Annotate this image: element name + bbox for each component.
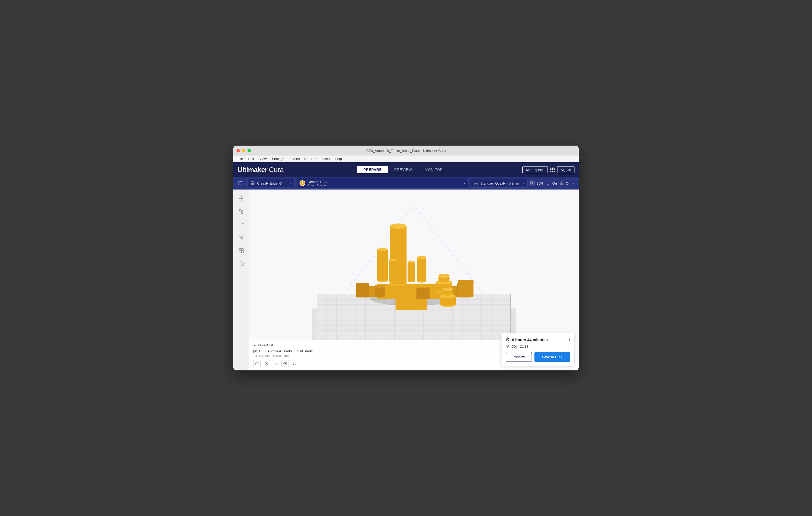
viewport[interactable]: ▲ Object list CE3_Autodesk_Tanks_Small_P… <box>249 189 579 370</box>
svg-point-56 <box>390 223 407 229</box>
material-chevron: ▾ <box>464 181 465 185</box>
tab-prepare[interactable]: PREPARE <box>357 166 388 173</box>
svg-rect-83 <box>416 287 430 299</box>
svg-rect-82 <box>375 285 385 288</box>
menu-help[interactable]: Help <box>333 156 344 161</box>
svg-rect-6 <box>239 249 241 250</box>
menu-preferences[interactable]: Preferences <box>309 156 332 161</box>
material-selector[interactable]: 1 Generic PLA 0.4mm Nozzle ▾ <box>297 178 468 189</box>
object-filename: CE3_Autodesk_Tanks_Small_Parts <box>259 349 313 353</box>
arrange-icon <box>238 248 244 253</box>
material-badge: 1 <box>299 180 305 186</box>
support-setting[interactable]: On <box>545 181 557 186</box>
svg-rect-61 <box>389 260 396 281</box>
svg-point-63 <box>408 280 415 282</box>
quality-label: Standard Quality - 0.2mm <box>480 181 519 185</box>
nav-right: Marketplace Sign in <box>522 166 575 173</box>
svg-line-11 <box>414 205 500 315</box>
svg-rect-67 <box>417 257 427 281</box>
main-content: ▲ Object list CE3_Autodesk_Tanks_Small_P… <box>233 189 579 370</box>
svg-rect-64 <box>408 262 415 281</box>
infill-label: 20% <box>536 181 543 185</box>
open-file-button[interactable] <box>236 179 245 188</box>
svg-rect-47 <box>377 284 445 299</box>
tab-monitor[interactable]: MONITOR <box>418 166 449 173</box>
adhesion-label: On <box>566 181 570 185</box>
svg-rect-85 <box>275 363 277 365</box>
close-button[interactable] <box>236 149 240 152</box>
arrange-tool[interactable] <box>235 245 247 256</box>
svg-line-10 <box>327 205 414 315</box>
preview-button[interactable]: Preview <box>506 352 532 362</box>
svg-point-86 <box>285 363 286 364</box>
svg-point-46 <box>369 290 453 306</box>
signin-button[interactable]: Sign in <box>557 166 575 173</box>
menu-view[interactable]: View <box>257 156 269 161</box>
action-btn-3[interactable] <box>272 360 280 367</box>
svg-point-68 <box>417 256 427 259</box>
support-blocker-tool[interactable] <box>235 258 247 270</box>
edit-icon <box>253 350 257 353</box>
rotate-icon <box>238 222 244 227</box>
svg-rect-5 <box>241 212 243 213</box>
svg-rect-79 <box>443 290 453 295</box>
window-controls <box>236 149 251 152</box>
action-btn-1[interactable] <box>253 360 261 367</box>
infill-setting[interactable]: 20% <box>530 181 543 186</box>
adhesion-setting[interactable]: On <box>559 181 576 186</box>
apps-grid-icon[interactable] <box>550 168 555 172</box>
action-btn-4[interactable] <box>282 360 289 367</box>
material-name: Generic PLA <box>308 180 327 184</box>
svg-rect-53 <box>458 280 473 297</box>
collapse-icon: ▲ <box>253 343 257 347</box>
infill-icon <box>530 181 535 186</box>
quality-icon <box>473 181 478 186</box>
rotate-tool[interactable] <box>235 219 247 230</box>
mirror-tool[interactable] <box>235 232 247 243</box>
left-toolbar <box>233 189 249 370</box>
menu-file[interactable]: File <box>235 156 245 161</box>
svg-rect-76 <box>440 296 456 305</box>
info-detail-icon[interactable]: ℹ <box>569 337 570 342</box>
printer-selector[interactable]: Creality Ender-3 ▾ <box>248 179 295 187</box>
quality-selector[interactable]: Standard Quality - 0.2mm ▾ <box>470 179 528 188</box>
menu-edit[interactable]: Edit <box>246 156 256 161</box>
move-tool[interactable] <box>235 193 247 204</box>
svg-rect-0 <box>251 182 254 183</box>
window-title: CE3_Autodesk_Tanks_Small_Parts - Ultimak… <box>366 149 445 153</box>
save-to-disk-button[interactable]: Save to Disk <box>534 352 570 362</box>
svg-point-59 <box>377 248 388 251</box>
marketplace-button[interactable]: Marketplace <box>522 166 548 173</box>
svg-point-66 <box>417 279 427 282</box>
menu-extensions[interactable]: Extensions <box>287 156 308 161</box>
action-btn-2[interactable] <box>263 360 270 367</box>
material-usage-icon: ⏱ <box>506 344 509 348</box>
print-time: 8 hours 44 minutes <box>512 337 548 342</box>
logo-cura: Cura <box>269 166 284 174</box>
svg-rect-58 <box>377 250 388 280</box>
svg-rect-81 <box>375 286 385 297</box>
layers-icon <box>264 362 268 365</box>
svg-point-77 <box>440 294 456 298</box>
settings2-icon <box>283 362 287 365</box>
minimize-button[interactable] <box>242 149 245 152</box>
folder-icon <box>238 180 244 186</box>
svg-rect-7 <box>241 249 243 250</box>
tab-preview[interactable]: PREVIEW <box>388 166 418 173</box>
action-btn-5[interactable] <box>291 360 298 367</box>
svg-rect-51 <box>356 283 369 298</box>
scale-tool[interactable] <box>235 206 247 217</box>
support-label: On <box>552 181 557 185</box>
adhesion-icon <box>559 181 564 186</box>
svg-rect-4 <box>239 210 241 211</box>
svg-point-72 <box>438 279 450 283</box>
svg-rect-52 <box>457 283 470 298</box>
settings-chevron-icon <box>572 181 576 185</box>
menu-settings[interactable]: Settings <box>270 156 286 161</box>
scale-icon <box>238 209 244 214</box>
svg-point-2 <box>476 183 478 184</box>
svg-point-71 <box>436 280 452 284</box>
toolbar: Creality Ender-3 ▾ 1 Generic PLA 0.4mm N… <box>233 177 579 189</box>
svg-rect-9 <box>241 251 243 253</box>
maximize-button[interactable] <box>248 149 251 152</box>
